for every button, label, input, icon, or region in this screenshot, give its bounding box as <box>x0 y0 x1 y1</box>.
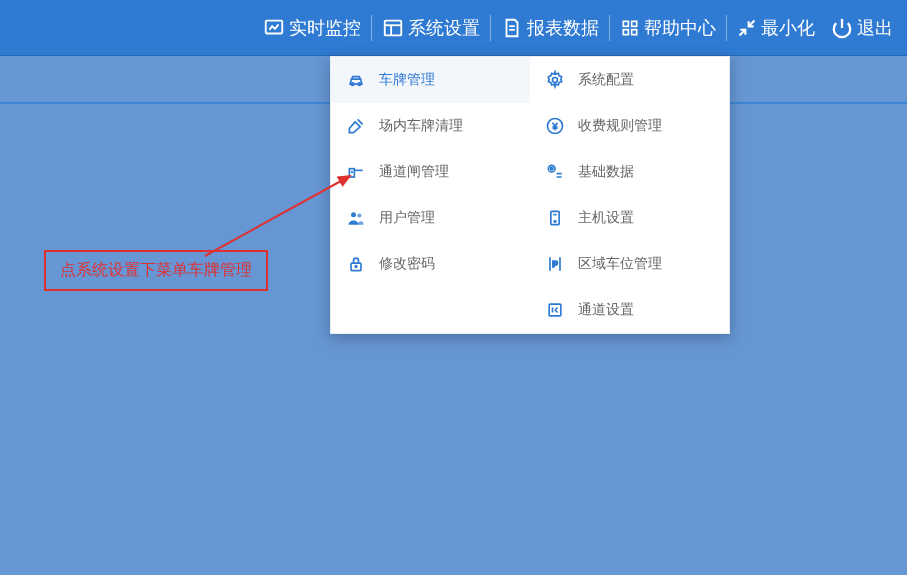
nav-reports[interactable]: 报表数据 <box>493 10 607 46</box>
nav-monitor-label: 实时监控 <box>289 16 361 40</box>
menu-change-password[interactable]: 修改密码 <box>331 241 530 287</box>
gate-icon <box>345 161 367 183</box>
content-area: 车牌管理 场内车牌清理 通道闸管理 用户管理 <box>0 104 907 575</box>
menu-label: 通道闸管理 <box>379 163 449 181</box>
nav-monitor[interactable]: 实时监控 <box>255 10 369 46</box>
nav-exit-label: 退出 <box>857 16 893 40</box>
settings-layout-icon <box>382 17 404 39</box>
menu-host-settings[interactable]: 主机设置 <box>530 195 729 241</box>
yen-icon <box>544 115 566 137</box>
top-navigation: 实时监控 系统设置 报表数据 帮助中心 最小化 退出 <box>0 0 907 56</box>
nav-divider <box>371 15 372 41</box>
menu-label: 区域车位管理 <box>578 255 662 273</box>
nav-help-label: 帮助中心 <box>644 16 716 40</box>
svg-point-14 <box>351 172 352 173</box>
menu-label: 通道设置 <box>578 301 634 319</box>
svg-rect-6 <box>623 21 628 26</box>
menu-basic-data[interactable]: 基础数据 <box>530 149 729 195</box>
svg-point-25 <box>554 221 556 223</box>
svg-text:P: P <box>552 259 558 269</box>
parking-icon: P <box>544 253 566 275</box>
menu-label: 修改密码 <box>379 255 435 273</box>
nav-minimize-label: 最小化 <box>761 16 815 40</box>
menu-user-management[interactable]: 用户管理 <box>331 195 530 241</box>
dropdown-left-column: 车牌管理 场内车牌清理 通道闸管理 用户管理 <box>331 57 530 333</box>
menu-label: 收费规则管理 <box>578 117 662 135</box>
broom-icon <box>345 115 367 137</box>
menu-label: 用户管理 <box>379 209 435 227</box>
menu-fee-rules[interactable]: 收费规则管理 <box>530 103 729 149</box>
nav-divider <box>490 15 491 41</box>
users-icon <box>345 207 367 229</box>
menu-system-config[interactable]: 系统配置 <box>530 57 729 103</box>
svg-point-15 <box>351 212 356 217</box>
nav-exit[interactable]: 退出 <box>823 10 901 46</box>
nav-settings[interactable]: 系统设置 <box>374 10 488 46</box>
menu-plate-cleanup[interactable]: 场内车牌清理 <box>331 103 530 149</box>
menu-plate-management[interactable]: 车牌管理 <box>331 57 530 103</box>
svg-point-19 <box>553 78 558 83</box>
server-icon <box>544 207 566 229</box>
nav-divider <box>609 15 610 41</box>
nav-divider <box>726 15 727 41</box>
gear-icon <box>544 69 566 91</box>
svg-rect-8 <box>623 29 628 34</box>
menu-label: 基础数据 <box>578 163 634 181</box>
car-icon <box>345 69 367 91</box>
menu-label: 车牌管理 <box>379 71 435 89</box>
channel-icon <box>544 299 566 321</box>
menu-parking-zones[interactable]: P 区域车位管理 <box>530 241 729 287</box>
svg-line-29 <box>205 176 350 256</box>
power-icon <box>831 17 853 39</box>
settings-gear-icon <box>544 161 566 183</box>
svg-rect-7 <box>632 21 637 26</box>
lock-icon <box>345 253 367 275</box>
menu-label: 系统配置 <box>578 71 634 89</box>
monitor-icon <box>263 17 285 39</box>
apps-icon <box>620 18 640 38</box>
dropdown-right-column: 系统配置 收费规则管理 基础数据 主机设置 <box>530 57 729 333</box>
menu-label: 主机设置 <box>578 209 634 227</box>
annotation-text: 点系统设置下菜单车牌管理 <box>60 261 252 278</box>
minimize-icon <box>737 18 757 38</box>
svg-rect-9 <box>632 29 637 34</box>
menu-gate-management[interactable]: 通道闸管理 <box>331 149 530 195</box>
menu-label: 场内车牌清理 <box>379 117 463 135</box>
svg-point-16 <box>357 213 361 217</box>
document-icon <box>501 17 523 39</box>
menu-channel-settings[interactable]: 通道设置 <box>530 287 729 333</box>
svg-point-22 <box>550 167 553 170</box>
nav-settings-label: 系统设置 <box>408 16 480 40</box>
svg-point-18 <box>355 266 357 268</box>
nav-reports-label: 报表数据 <box>527 16 599 40</box>
settings-dropdown: 车牌管理 场内车牌清理 通道闸管理 用户管理 <box>330 56 730 334</box>
svg-rect-1 <box>385 20 402 35</box>
nav-minimize[interactable]: 最小化 <box>729 10 823 46</box>
nav-help[interactable]: 帮助中心 <box>612 10 724 46</box>
annotation-callout: 点系统设置下菜单车牌管理 <box>44 250 268 291</box>
